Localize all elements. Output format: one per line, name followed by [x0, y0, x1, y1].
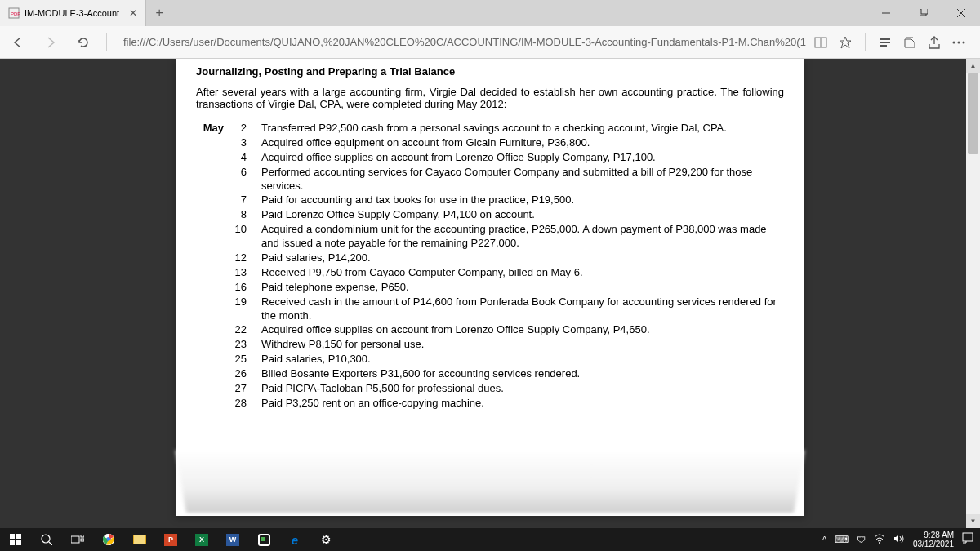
page-title: Journalizing, Posting and Preparing a Tr… [196, 65, 784, 78]
month-label [196, 223, 232, 251]
month-label [196, 208, 232, 222]
volume-icon[interactable] [893, 534, 905, 546]
transaction-row: 25Paid salaries, P10,300. [196, 353, 784, 367]
transaction-row: 26Billed Bosante Exporters P31,600 for a… [196, 367, 784, 381]
search-button[interactable] [31, 528, 62, 551]
start-button[interactable] [0, 528, 31, 551]
settings-app[interactable]: ⚙ [310, 528, 341, 551]
transaction-text: Received P9,750 from Cayaco Computer Com… [253, 266, 784, 280]
tray-chevron-icon[interactable]: ^ [822, 535, 826, 544]
maximize-button[interactable] [905, 0, 942, 26]
transaction-row: 3Acquired office equipment on account fr… [196, 136, 784, 150]
clock-time: 9:28 AM [913, 531, 954, 540]
month-label [196, 323, 232, 337]
hub-icon[interactable] [877, 34, 893, 51]
address-bar[interactable]: file:///C:/Users/user/Documents/QUIJANO,… [117, 31, 806, 54]
transaction-row: 27Paid PICPA-Tacloban P5,500 for profess… [196, 382, 784, 396]
transaction-text: Paid PICPA-Tacloban P5,500 for professio… [253, 382, 784, 396]
word-app[interactable]: W [217, 528, 248, 551]
transaction-text: Acquired office supplies on account from… [253, 151, 784, 165]
transaction-text: Acquired a condominium unit for the acco… [253, 223, 784, 251]
share-icon[interactable] [926, 34, 942, 51]
day-number: 27 [232, 382, 253, 396]
task-view-button[interactable] [62, 528, 93, 551]
transaction-row: May2Transferred P92,500 cash from a pers… [196, 122, 784, 136]
close-tab-icon[interactable]: ✕ [129, 7, 137, 19]
reading-view-icon[interactable] [813, 34, 829, 51]
svg-rect-27 [963, 533, 973, 541]
transaction-text: Paid salaries, P10,300. [253, 353, 784, 367]
transaction-row: 8Paid Lorenzo Office Supply Company, P4,… [196, 208, 784, 222]
svg-rect-16 [16, 534, 21, 539]
day-number: 7 [232, 193, 253, 207]
toolbar-divider-2 [865, 33, 866, 51]
month-label [196, 281, 232, 295]
refresh-button[interactable] [70, 29, 96, 56]
svg-point-26 [879, 542, 880, 544]
transaction-row: 10Acquired a condominium unit for the ac… [196, 223, 784, 251]
month-label: May [196, 122, 232, 136]
day-number: 6 [232, 166, 253, 193]
transaction-row: 23Withdrew P8,150 for personal use. [196, 338, 784, 352]
month-label [196, 397, 232, 411]
browser-toolbar: file:///C:/Users/user/Documents/QUIJANO,… [0, 26, 980, 59]
day-number: 16 [232, 281, 253, 295]
forward-button[interactable] [38, 29, 64, 56]
svg-line-20 [49, 542, 52, 545]
pdf-file-icon: PDF [8, 7, 20, 19]
day-number: 22 [232, 323, 253, 337]
tab-title: IM-MODULE-3-Account [24, 8, 119, 18]
scrollbar-thumb[interactable] [968, 73, 978, 154]
close-window-button[interactable] [942, 0, 980, 26]
transaction-text: Paid for accounting and tax books for us… [253, 193, 784, 207]
back-button[interactable] [5, 29, 31, 56]
edge-app[interactable]: e [279, 528, 310, 551]
transactions-list: May2Transferred P92,500 cash from a pers… [196, 122, 784, 411]
notifications-icon[interactable] [962, 532, 973, 547]
transaction-text: Acquired office supplies on account from… [253, 323, 784, 337]
transaction-text: Acquired office equipment on account fro… [253, 136, 784, 150]
day-number: 2 [232, 122, 253, 136]
minimize-button[interactable] [867, 0, 905, 26]
window-title-bar: PDF IM-MODULE-3-Account ✕ + [0, 0, 980, 26]
windows-taskbar: P X W e ⚙ ^ ⌨ 🛡 9:28 AM 03/12/2021 [0, 528, 980, 551]
excel-app[interactable]: X [186, 528, 217, 551]
powerpoint-app[interactable]: P [155, 528, 186, 551]
month-label [196, 151, 232, 165]
month-label [196, 166, 232, 193]
favorite-star-icon[interactable] [837, 34, 853, 51]
month-label [196, 367, 232, 381]
transaction-text: Paid salaries, P14,200. [253, 251, 784, 265]
system-clock[interactable]: 9:28 AM 03/12/2021 [913, 531, 954, 549]
new-tab-button[interactable]: + [146, 0, 172, 26]
svg-point-14 [963, 41, 965, 43]
more-icon[interactable] [951, 34, 967, 51]
svg-rect-18 [16, 540, 21, 545]
day-number: 10 [232, 223, 253, 251]
chrome-app[interactable] [93, 528, 124, 551]
image-viewer-app[interactable] [248, 528, 279, 551]
day-number: 4 [232, 151, 253, 165]
transaction-text: Performed accounting services for Cayaco… [253, 166, 784, 193]
browser-tab[interactable]: PDF IM-MODULE-3-Account ✕ [0, 0, 146, 26]
intro-paragraph: After several years with a large account… [196, 86, 784, 110]
pdf-viewport[interactable]: Journalizing, Posting and Preparing a Tr… [0, 59, 980, 528]
window-controls [867, 0, 980, 26]
keyboard-icon[interactable]: ⌨ [835, 534, 849, 545]
day-number: 23 [232, 338, 253, 352]
vertical-scrollbar[interactable]: ▲ ▼ [966, 59, 980, 528]
wifi-icon[interactable] [874, 534, 885, 546]
scroll-down-button[interactable]: ▼ [966, 514, 980, 528]
notes-icon[interactable] [902, 34, 918, 51]
month-label [196, 251, 232, 265]
security-icon[interactable]: 🛡 [857, 535, 866, 544]
svg-point-12 [953, 41, 956, 43]
svg-rect-4 [921, 9, 928, 14]
transaction-row: 6Performed accounting services for Cayac… [196, 166, 784, 193]
file-explorer-app[interactable] [124, 528, 155, 551]
svg-rect-23 [81, 539, 84, 541]
transaction-row: 12Paid salaries, P14,200. [196, 251, 784, 265]
scroll-up-button[interactable]: ▲ [966, 59, 980, 73]
svg-text:PDF: PDF [11, 11, 20, 16]
day-number: 28 [232, 397, 253, 411]
